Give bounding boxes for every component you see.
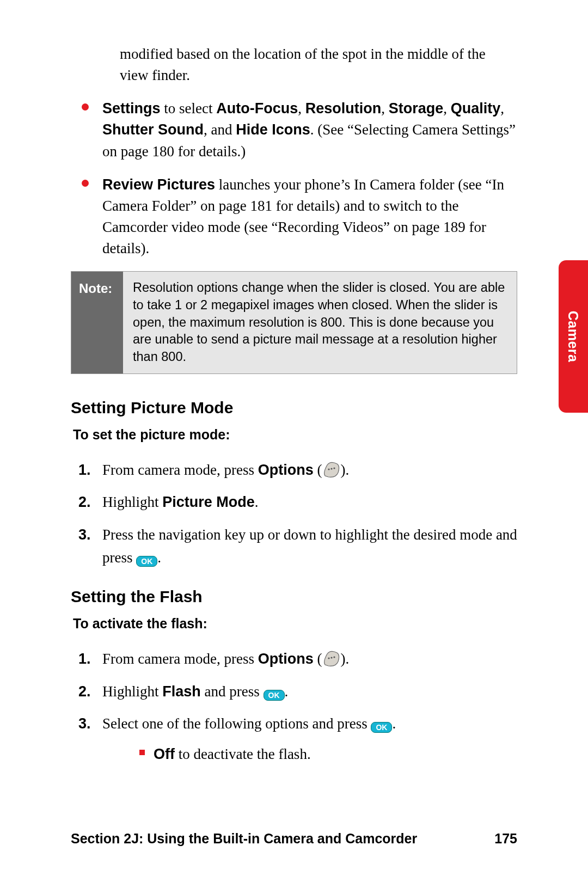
side-tab-label: Camera	[564, 311, 583, 363]
task-flash: To activate the flash:	[73, 614, 517, 633]
ok-button-icon: OK	[371, 722, 392, 733]
footer-section: Section 2J: Using the Built-in Camera an…	[71, 829, 417, 848]
svg-point-0	[328, 468, 330, 470]
steps-flash: From camera mode, press Options (). High…	[71, 648, 517, 766]
note-body: Resolution options change when the slide…	[123, 272, 517, 373]
bullet-lead: Review Pictures	[102, 176, 215, 193]
ok-button-icon: OK	[264, 690, 285, 701]
steps-picture-mode: From camera mode, press Options (). High…	[71, 459, 517, 569]
svg-point-5	[334, 656, 335, 658]
page-content: modified based on the location of the sp…	[71, 44, 517, 766]
note-label: Note:	[71, 272, 123, 373]
svg-point-1	[331, 468, 333, 469]
heading-picture-mode: Setting Picture Mode	[71, 396, 517, 420]
step: Select one of the following options and …	[71, 713, 517, 766]
step: Press the navigation key up or down to h…	[71, 524, 517, 569]
step: Highlight Picture Mode.	[71, 491, 517, 514]
task-picture-mode: To set the picture mode:	[73, 425, 517, 444]
footer-page-number: 175	[494, 829, 517, 848]
svg-point-4	[331, 657, 333, 658]
bullet-settings: Settings to select Auto-Focus, Resolutio…	[71, 98, 517, 162]
bullet-lead: Settings	[102, 100, 161, 117]
softkey-icon	[322, 462, 340, 478]
svg-point-3	[328, 657, 330, 659]
svg-point-2	[334, 467, 335, 469]
square-bullet-icon	[139, 750, 145, 755]
side-tab-camera: Camera	[559, 260, 588, 413]
note-box: Note: Resolution options change when the…	[71, 271, 517, 374]
bullet-dot-icon	[82, 180, 89, 187]
step: From camera mode, press Options ().	[71, 459, 517, 482]
intro-continuation: modified based on the location of the sp…	[120, 44, 517, 86]
page-footer: Section 2J: Using the Built-in Camera an…	[71, 829, 517, 848]
bullet-dot-icon	[82, 103, 89, 111]
step: Highlight Flash and press OK.	[71, 681, 517, 703]
step: From camera mode, press Options ().	[71, 648, 517, 671]
heading-flash: Setting the Flash	[71, 585, 517, 609]
bullet-review-pictures: Review Pictures launches your phone’s In…	[71, 174, 517, 260]
ok-button-icon: OK	[136, 556, 157, 567]
substep-off: Off to deactivate the flash.	[102, 743, 517, 766]
softkey-icon	[322, 651, 340, 667]
